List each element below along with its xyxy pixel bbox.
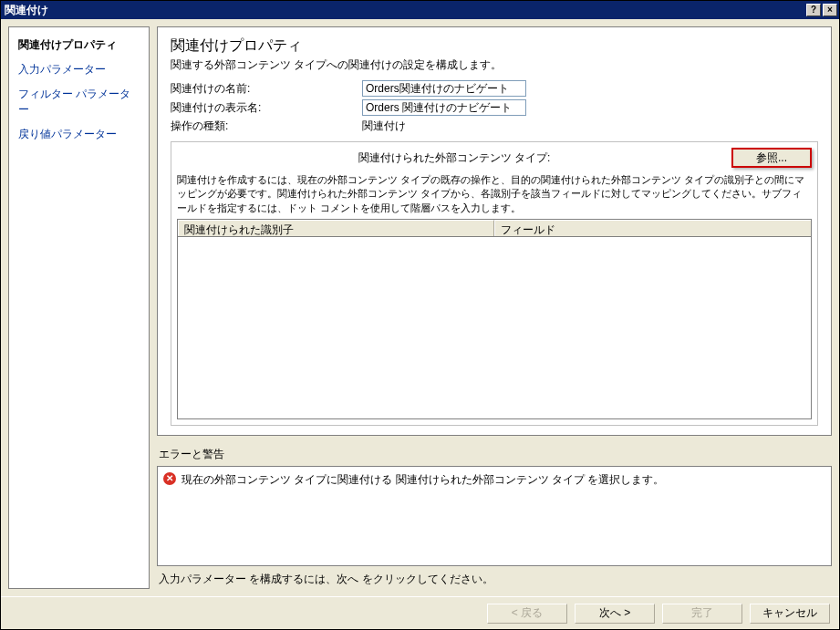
properties-panel: 関連付けプロパティ 関連する外部コンテンツ タイプへの関連付けの設定を構成します… [157, 26, 832, 436]
finish-button[interactable]: 完了 [662, 604, 742, 624]
input-display[interactable] [362, 99, 526, 116]
errors-body: ✕ 現在の外部コンテンツ タイプに関連付ける 関連付けられた外部コンテンツ タイ… [157, 466, 832, 566]
footer-hint: 入力パラメーター を構成するには、次へ をクリックしてください。 [157, 566, 832, 589]
error-text: 現在の外部コンテンツ タイプに関連付ける 関連付けられた外部コンテンツ タイプ … [181, 472, 664, 488]
cancel-button[interactable]: キャンセル [750, 604, 830, 624]
input-name[interactable] [362, 80, 526, 97]
section-help: 関連付けを作成するには、現在の外部コンテンツ タイプの既存の操作と、目的の関連付… [177, 173, 812, 215]
titlebar-buttons: ? × [804, 4, 837, 16]
row-op: 操作の種類: 関連付け [171, 119, 818, 134]
errors-panel: エラーと警告 ✕ 現在の外部コンテンツ タイプに関連付ける 関連付けられた外部コ… [157, 443, 832, 589]
button-bar: < 戻る 次へ > 完了 キャンセル [1, 596, 839, 629]
sidebar-item-input-params[interactable]: 入力パラメーター [9, 57, 149, 82]
main-container: 関連付けプロパティ 入力パラメーター フィルター パラメーター 戻り値パラメータ… [1, 19, 839, 596]
title-text: 関連付け [5, 3, 804, 18]
label-name: 関連付けの名前: [171, 81, 362, 97]
sidebar-item-return-params[interactable]: 戻り値パラメーター [9, 122, 149, 147]
row-display: 関連付けの表示名: [171, 99, 818, 116]
col-identifier[interactable]: 関連付けられた識別子 [178, 220, 494, 236]
row-name: 関連付けの名前: [171, 80, 818, 97]
help-button[interactable]: ? [806, 4, 821, 16]
association-section: 関連付けられた外部コンテンツ タイプ: 参照... 関連付けを作成するには、現在… [171, 141, 818, 426]
panel-heading: 関連付けプロパティ [171, 36, 818, 56]
grid-header: 関連付けられた識別子 フィールド [178, 220, 811, 237]
identifiers-grid: 関連付けられた識別子 フィールド [177, 219, 812, 419]
label-op: 操作の種類: [171, 119, 362, 134]
value-op: 関連付け [362, 119, 406, 134]
label-display: 関連付けの表示名: [171, 100, 362, 116]
panel-subheading: 関連する外部コンテンツ タイプへの関連付けの設定を構成します。 [171, 57, 818, 73]
sidebar: 関連付けプロパティ 入力パラメーター フィルター パラメーター 戻り値パラメータ… [8, 26, 150, 589]
sidebar-item-filter-params[interactable]: フィルター パラメーター [9, 82, 149, 122]
back-button[interactable]: < 戻る [487, 604, 567, 624]
section-title: 関連付けられた外部コンテンツ タイプ: [177, 150, 731, 166]
browse-button[interactable]: 参照... [731, 148, 812, 168]
col-field[interactable]: フィールド [494, 220, 811, 236]
content: 関連付けプロパティ 関連する外部コンテンツ タイプへの関連付けの設定を構成します… [157, 26, 832, 589]
section-header: 関連付けられた外部コンテンツ タイプ: 参照... [177, 148, 812, 168]
error-icon: ✕ [163, 472, 176, 485]
titlebar: 関連付け ? × [1, 1, 839, 19]
close-button[interactable]: × [823, 4, 837, 16]
error-row: ✕ 現在の外部コンテンツ タイプに関連付ける 関連付けられた外部コンテンツ タイ… [163, 472, 825, 488]
errors-title: エラーと警告 [157, 443, 832, 466]
sidebar-item-association-props[interactable]: 関連付けプロパティ [9, 33, 149, 57]
next-button[interactable]: 次へ > [575, 604, 655, 624]
